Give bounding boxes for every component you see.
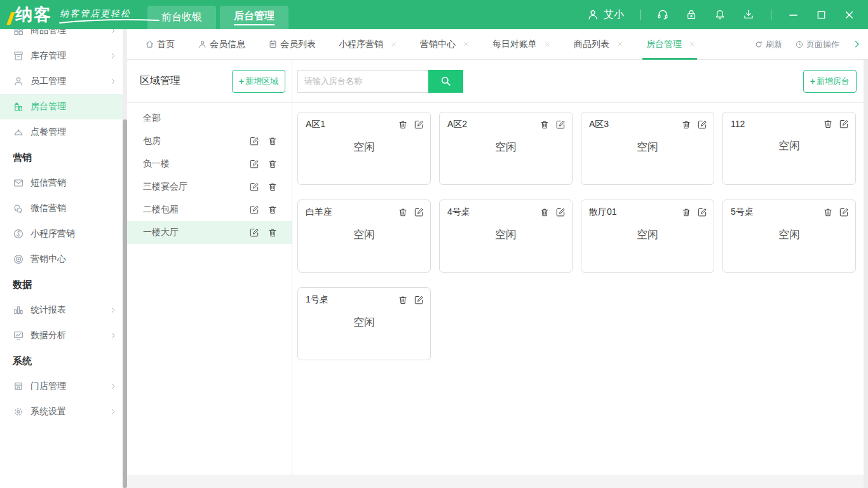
edit-icon[interactable] (697, 119, 707, 130)
top-bar: 纳客 纳客管店更轻松 前台收银 后台管理 艾小 (0, 0, 868, 29)
tab-daily-statement[interactable]: 每日对账单 (492, 29, 551, 60)
trash-icon[interactable] (268, 227, 278, 238)
window-maximize-button[interactable] (815, 9, 827, 21)
room-card[interactable]: 112 空闲 (722, 112, 856, 185)
main-area: 首页 会员信息 会员列表 小程序营销 营销中心 每日对账单 商品列表 房台管理 (127, 29, 868, 488)
tab-member-list[interactable]: 会员列表 (268, 29, 316, 60)
sidebar-item-miniprogram-marketing[interactable]: 小程序营销 (0, 221, 127, 247)
tab-member-info[interactable]: 会员信息 (198, 29, 245, 60)
trash-icon[interactable] (823, 207, 833, 217)
tab-room-management[interactable]: 房台管理 (646, 29, 696, 60)
edit-icon[interactable] (414, 207, 424, 217)
sidebar-item-wechat-marketing[interactable]: 微信营销 (0, 196, 127, 221)
area-row[interactable]: 二楼包厢 (127, 198, 292, 221)
divider (771, 10, 771, 20)
trash-icon[interactable] (398, 295, 408, 305)
tab-close-icon[interactable] (544, 41, 551, 48)
sidebar-item-marketing-center[interactable]: 营销中心 (0, 247, 127, 272)
edit-icon[interactable] (414, 295, 424, 305)
top-nav: 前台收银 后台管理 (147, 0, 288, 29)
search-button[interactable] (428, 70, 463, 93)
trash-icon[interactable] (268, 205, 278, 215)
tab-product-list[interactable]: 商品列表 (574, 29, 623, 60)
room-card[interactable]: A区2 空闲 (439, 112, 573, 185)
window-close-button[interactable] (843, 9, 855, 21)
room-card[interactable]: A区3 空闲 (581, 112, 714, 185)
user-menu[interactable]: 艾小 (587, 8, 624, 22)
tab-marketing-center[interactable]: 营销中心 (420, 29, 470, 60)
add-room-button[interactable]: + 新增房台 (803, 70, 857, 93)
sidebar-item-settings[interactable]: 系统设置 (0, 399, 127, 424)
room-card[interactable]: 散厅01 空闲 (581, 200, 714, 273)
lock-icon[interactable] (685, 8, 698, 21)
trash-icon[interactable] (681, 207, 691, 217)
area-row[interactable]: 负一楼 (127, 152, 292, 175)
trash-icon[interactable] (398, 207, 408, 217)
area-row-selected[interactable]: 一楼大厅 (127, 221, 292, 244)
area-row[interactable]: 三楼宴会厅 (127, 175, 292, 198)
tab-miniprogram-marketing[interactable]: 小程序营销 (339, 29, 397, 60)
tab-home[interactable]: 首页 (145, 29, 175, 60)
edit-icon[interactable] (555, 119, 566, 130)
sidebar-item-analytics[interactable]: 数据分析 (0, 323, 127, 348)
window-minimize-button[interactable] (787, 9, 799, 21)
edit-icon[interactable] (697, 207, 707, 217)
room-card[interactable]: 1号桌 空闲 (297, 287, 431, 360)
page-operations-button[interactable]: 页面操作 (795, 39, 839, 50)
room-status: 空闲 (440, 140, 572, 154)
tab-close-icon[interactable] (616, 41, 623, 48)
edit-icon[interactable] (414, 119, 424, 130)
chart-monitor-icon (13, 330, 24, 341)
room-card[interactable]: 5号桌 空闲 (722, 200, 856, 273)
sidebar-item-ordering[interactable]: 点餐管理 (0, 119, 127, 145)
cloche-icon (13, 126, 24, 138)
room-toolbar: + 新增房台 (292, 60, 868, 103)
room-search-input[interactable] (297, 70, 428, 93)
room-card[interactable]: 4号桌 空闲 (439, 200, 573, 273)
sidebar-item-stores[interactable]: 门店管理 (0, 374, 127, 399)
logo-accent (6, 12, 15, 25)
sidebar-item-goods[interactable]: 商品管理 (0, 29, 127, 43)
edit-icon[interactable] (249, 159, 259, 169)
area-row-all[interactable]: 全部 (127, 107, 292, 130)
notification-bell-icon[interactable] (714, 8, 726, 21)
sidebar-item-rooms[interactable]: 房台管理 (0, 94, 127, 119)
tab-close-icon[interactable] (390, 41, 397, 48)
room-card[interactable]: A区1 空闲 (297, 112, 431, 185)
area-row[interactable]: 包房 (127, 130, 292, 152)
room-card[interactable]: 白羊座 空闲 (297, 200, 431, 273)
download-icon[interactable] (742, 8, 755, 21)
trash-icon[interactable] (268, 182, 278, 192)
add-area-button[interactable]: + 新增区域 (232, 70, 285, 93)
edit-icon[interactable] (555, 207, 566, 217)
sidebar-item-reports[interactable]: 统计报表 (0, 297, 127, 323)
edit-icon[interactable] (249, 227, 259, 238)
edit-icon[interactable] (839, 207, 849, 217)
sidebar: 商品管理 库存管理 员工管理 房台管理 点餐管理 营销 短信营销 微信营销 (0, 29, 127, 488)
edit-icon[interactable] (249, 182, 259, 192)
edit-icon[interactable] (249, 136, 259, 146)
edit-icon[interactable] (839, 119, 849, 129)
page-scrollbar-track[interactable] (864, 60, 868, 488)
sidebar-item-label: 微信营销 (31, 203, 66, 214)
expand-chevron-icon[interactable] (852, 39, 862, 49)
sidebar-scrollbar-thumb[interactable] (123, 119, 127, 488)
trash-icon[interactable] (681, 119, 691, 130)
trash-icon[interactable] (398, 119, 408, 130)
trash-icon[interactable] (268, 136, 278, 146)
sidebar-item-sms-marketing[interactable]: 短信营销 (0, 170, 127, 196)
sidebar-scrollbar-track[interactable] (123, 29, 127, 488)
tab-close-icon[interactable] (689, 41, 696, 48)
trash-icon[interactable] (539, 119, 550, 130)
tab-close-icon[interactable] (463, 41, 470, 48)
sidebar-item-staff[interactable]: 员工管理 (0, 69, 127, 94)
trash-icon[interactable] (823, 119, 833, 129)
refresh-button[interactable]: 刷新 (754, 39, 782, 50)
edit-icon[interactable] (249, 205, 259, 215)
support-headset-icon[interactable] (656, 8, 669, 21)
sidebar-item-inventory[interactable]: 库存管理 (0, 43, 127, 69)
topnav-backend-admin[interactable]: 后台管理 (220, 6, 288, 29)
trash-icon[interactable] (539, 207, 550, 217)
sidebar-section-marketing: 营销 (0, 145, 127, 170)
trash-icon[interactable] (268, 159, 278, 169)
